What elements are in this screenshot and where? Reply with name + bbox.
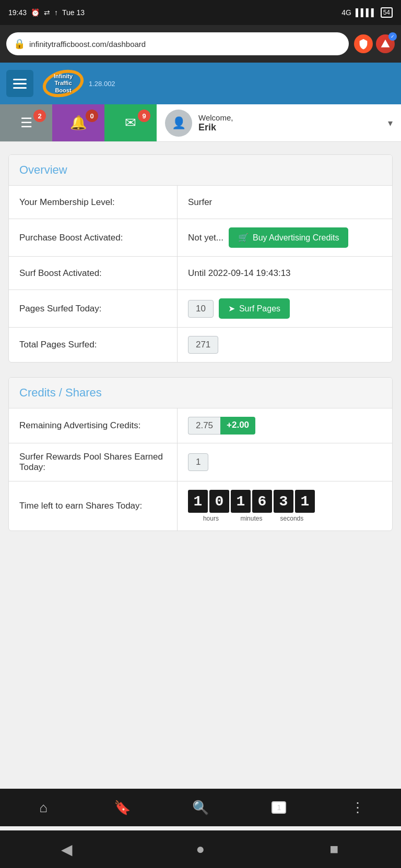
home-icon: ⌂	[39, 800, 48, 816]
time-left-label: Time left to earn Shares Today:	[9, 481, 178, 531]
ark-check-icon: ✓	[388, 32, 397, 41]
messages-badge: 9	[138, 110, 150, 122]
status-left: 19:43 ⏰ ⇄ ↑ Tue 13	[8, 8, 85, 17]
seconds-label: seconds	[272, 515, 312, 522]
credits-shares-card: Credits / Shares Remaining Advertising C…	[8, 377, 393, 531]
nav-search-button[interactable]: 🔍	[185, 794, 216, 821]
tasks-button[interactable]: ☰ 2	[0, 104, 52, 141]
search-icon: 🔍	[192, 800, 209, 816]
total-pages-surfed-label: Total Pages Surfed:	[9, 328, 178, 362]
back-icon: ◀	[61, 841, 73, 858]
bookmark-icon: 🔖	[114, 800, 131, 816]
purchase-boost-value: Not yet... 🛒 Buy Advertising Credits	[178, 219, 392, 256]
remaining-credits-value: 2.75 +2.00	[178, 408, 392, 443]
remaining-credits-row: Remaining Advertising Credits: 2.75 +2.0…	[9, 408, 392, 443]
home-button[interactable]: ●	[180, 836, 221, 863]
timer-m1: 1	[231, 490, 251, 513]
nav-bookmark-button[interactable]: 🔖	[107, 794, 138, 821]
surf-pages-button[interactable]: ➤ Surf Pages	[219, 298, 290, 319]
minutes-label: minutes	[231, 515, 272, 522]
nav-more-button[interactable]: ⋮	[342, 794, 373, 821]
surf-boost-value: Until 2022-09-14 19:43:13	[178, 257, 392, 290]
buy-advertising-credits-button[interactable]: 🛒 Buy Advertising Credits	[229, 227, 348, 248]
battery-indicator: 54	[381, 7, 393, 18]
bottom-nav: ⌂ 🔖 🔍 1 ⋮	[0, 789, 401, 826]
timer-digits: 1 0 1 6 3 1	[188, 490, 315, 513]
notification-bar: ☰ 2 🔔 0 ✉ 9 👤 Welcome, Erik ▾	[0, 104, 401, 142]
nav-home-button[interactable]: ⌂	[28, 794, 59, 821]
total-pages-count: 271	[188, 336, 218, 354]
send-icon: ➤	[228, 304, 235, 314]
user-menu[interactable]: 👤 Welcome, Erik ▾	[157, 104, 401, 141]
surf-boost-row: Surf Boost Activated: Until 2022-09-14 1…	[9, 257, 392, 290]
status-time: 19:43	[8, 8, 27, 17]
hours-label: hours	[191, 515, 231, 522]
pages-surfed-today-value: 10 ➤ Surf Pages	[178, 290, 392, 327]
messages-button[interactable]: ✉ 9	[104, 104, 157, 141]
credits-combined-badge: 2.75 +2.00	[188, 417, 255, 435]
timer-display: 1 0 1 6 3 1 hours minutes seconds	[188, 490, 315, 522]
app-header: InfinityTrafficBoost 1.28.002	[0, 63, 401, 104]
hamburger-line-1	[13, 79, 27, 80]
network-type: 4G	[341, 8, 351, 17]
tasks-icon: ☰	[20, 115, 32, 131]
hamburger-line-2	[13, 83, 27, 85]
browser-bar: 🔒 infinitytrafficboost.com/dashboard ✓	[0, 25, 401, 63]
browser-icons: ✓	[354, 34, 395, 53]
timer-s1: 3	[274, 490, 293, 513]
user-greeting: Welcome,	[198, 113, 233, 122]
logo-text: InfinityTrafficBoost	[54, 73, 73, 94]
url-bar[interactable]: 🔒 infinitytrafficboost.com/dashboard	[6, 32, 349, 55]
credits-amount: 2.75	[188, 417, 220, 435]
calendar-text: Tue 13	[62, 8, 85, 17]
hamburger-line-3	[13, 87, 27, 89]
dropdown-arrow-icon: ▾	[388, 117, 393, 129]
svg-marker-0	[381, 40, 390, 47]
ark-icon[interactable]: ✓	[376, 34, 395, 53]
membership-level-row: Your Membership Level: Surfer	[9, 186, 392, 219]
recents-icon: ■	[330, 841, 339, 858]
pages-surfed-today-row: Pages Surfed Today: 10 ➤ Surf Pages	[9, 290, 392, 328]
credits-title: Credits / Shares	[19, 386, 102, 399]
time-left-value: 1 0 1 6 3 1 hours minutes seconds	[178, 481, 392, 531]
credits-bonus: +2.00	[220, 417, 255, 435]
system-nav: ◀ ● ■	[0, 830, 401, 868]
tab-count-badge: 1	[272, 801, 286, 814]
lock-icon: 🔒	[14, 38, 25, 50]
recents-button[interactable]: ■	[313, 836, 355, 863]
surfer-rewards-label: Surfer Rewards Pool Shares Earned Today:	[9, 443, 178, 481]
surfer-rewards-value: 1	[178, 443, 392, 481]
timer-h2: 0	[209, 490, 229, 513]
back-button[interactable]: ◀	[46, 836, 88, 863]
sync-icon: ⇄	[44, 8, 50, 17]
alerts-badge: 0	[86, 110, 98, 122]
membership-level-label: Your Membership Level:	[9, 186, 178, 219]
more-menu-icon: ⋮	[351, 800, 364, 816]
pages-surfed-today-label: Pages Surfed Today:	[9, 290, 178, 327]
nav-tabs-button[interactable]: 1	[263, 794, 294, 821]
logo-version: 1.28.002	[89, 80, 115, 88]
total-pages-surfed-row: Total Pages Surfed: 271	[9, 328, 392, 362]
membership-level-value: Surfer	[178, 186, 392, 219]
status-right: 4G ▌▌▌▌ 54	[341, 7, 393, 18]
pages-surfed-count: 10	[188, 300, 214, 318]
alerts-icon: 🔔	[70, 115, 87, 131]
timer-s2: 1	[295, 490, 315, 513]
surfer-rewards-row: Surfer Rewards Pool Shares Earned Today:…	[9, 443, 392, 481]
alarm-icon: ⏰	[31, 8, 40, 17]
user-info: Welcome, Erik	[198, 113, 233, 133]
status-bar: 19:43 ⏰ ⇄ ↑ Tue 13 4G ▌▌▌▌ 54	[0, 0, 401, 25]
total-pages-surfed-value: 271	[178, 328, 392, 362]
signal-bars: ▌▌▌▌	[356, 8, 376, 17]
home-system-icon: ●	[196, 841, 205, 858]
brave-browser-icon[interactable]	[354, 34, 373, 53]
time-left-row: Time left to earn Shares Today: 1 0 1 6 …	[9, 481, 392, 531]
alerts-button[interactable]: 🔔 0	[52, 104, 104, 141]
location-icon: ↑	[54, 8, 58, 17]
timer-labels: hours minutes seconds	[191, 515, 312, 522]
user-avatar: 👤	[165, 110, 192, 137]
surf-boost-label: Surf Boost Activated:	[9, 257, 178, 290]
overview-card: Overview Your Membership Level: Surfer P…	[8, 154, 393, 363]
tasks-badge: 2	[33, 110, 46, 122]
hamburger-menu-button[interactable]	[6, 70, 33, 97]
